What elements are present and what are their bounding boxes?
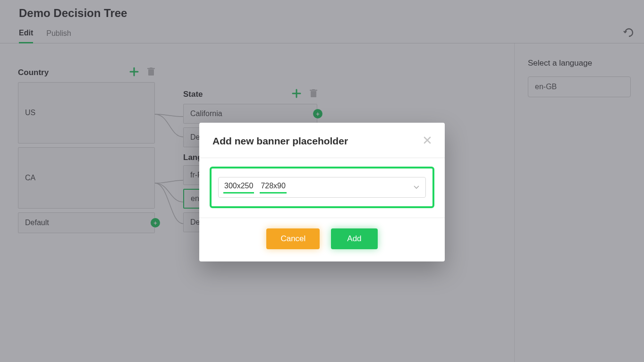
modal-overlay: Add new banner placeholder 300x250 728x9… (0, 0, 644, 362)
chevron-down-icon[interactable] (413, 183, 420, 192)
add-button[interactable]: Add (331, 228, 377, 249)
close-icon[interactable] (423, 135, 432, 147)
dimension-tag[interactable]: 728x90 (260, 182, 287, 194)
modal-title: Add new banner placeholder (212, 135, 348, 147)
dimension-tag[interactable]: 300x250 (223, 182, 254, 194)
cancel-button[interactable]: Cancel (266, 228, 320, 249)
dimensions-multiselect[interactable]: 300x250 728x90 (218, 177, 426, 198)
add-banner-modal: Add new banner placeholder 300x250 728x9… (199, 123, 445, 261)
dimensions-highlight: 300x250 728x90 (210, 167, 434, 208)
